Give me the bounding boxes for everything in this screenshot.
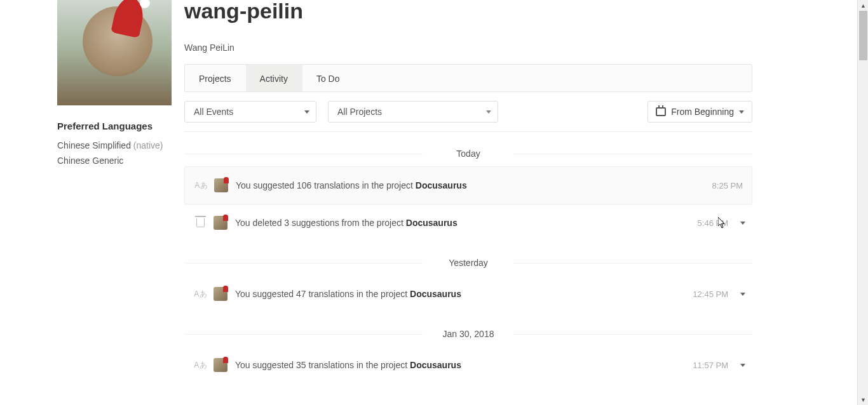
expand-chevron-icon[interactable] bbox=[738, 364, 747, 367]
project-link[interactable]: Docusaurus bbox=[410, 289, 461, 299]
chevron-down-icon bbox=[304, 110, 309, 114]
user-avatar-thumbnail[interactable] bbox=[214, 178, 228, 192]
events-filter-value: All Events bbox=[194, 107, 233, 117]
activity-date-group: Jan 30, 2018A あYou suggested 35 translat… bbox=[184, 329, 752, 383]
scroll-down-arrow-icon[interactable]: ▼ bbox=[858, 394, 868, 405]
expand-chevron-icon[interactable] bbox=[738, 222, 747, 225]
projects-filter-select[interactable]: All Projects bbox=[328, 101, 498, 123]
activity-date-group: TodayA あYou suggested 106 translations i… bbox=[184, 149, 752, 241]
projects-filter-value: All Projects bbox=[337, 107, 382, 117]
activity-timestamp: 8:25 PM bbox=[712, 181, 743, 190]
chevron-down-icon bbox=[486, 110, 491, 114]
translate-icon: A あ bbox=[189, 289, 211, 300]
activity-row[interactable]: A あYou suggested 35 translations in the … bbox=[184, 347, 752, 383]
date-range-button[interactable]: From Beginning bbox=[648, 101, 752, 123]
activity-timestamp: 11:57 PM bbox=[693, 361, 728, 370]
scroll-up-arrow-icon[interactable]: ▲ bbox=[858, 0, 868, 11]
profile-tabs: Projects Activity To Do bbox=[184, 64, 752, 92]
activity-text: You suggested 47 translations in the pro… bbox=[235, 289, 693, 299]
project-link[interactable]: Docusaurus bbox=[406, 218, 458, 228]
scrollbar-thumb[interactable] bbox=[859, 11, 867, 60]
profile-username: wang-peilin bbox=[184, 0, 752, 23]
activity-row[interactable]: A あYou suggested 106 translations in the… bbox=[184, 166, 752, 204]
activity-text: You deleted 3 suggestions from the proje… bbox=[235, 218, 698, 228]
tab-projects[interactable]: Projects bbox=[185, 65, 246, 91]
project-link[interactable]: Docusaurus bbox=[410, 360, 461, 370]
activity-date-group: YesterdayA あYou suggested 47 translation… bbox=[184, 258, 752, 312]
preferred-languages-heading: Preferred Languages bbox=[57, 121, 172, 131]
translate-icon: A あ bbox=[189, 360, 211, 371]
date-group-label: Jan 30, 2018 bbox=[434, 329, 503, 339]
language-name: Chinese Simplified bbox=[57, 140, 131, 150]
events-filter-select[interactable]: All Events bbox=[184, 101, 316, 123]
language-native-tag: (native) bbox=[133, 140, 163, 150]
language-item[interactable]: Chinese Generic bbox=[57, 156, 172, 166]
activity-row[interactable]: You deleted 3 suggestions from the proje… bbox=[184, 204, 752, 241]
translate-icon: A あ bbox=[190, 180, 212, 191]
expand-chevron-icon[interactable] bbox=[738, 293, 747, 296]
vertical-scrollbar[interactable]: ▲ ▼ bbox=[857, 0, 868, 405]
chevron-down-icon bbox=[739, 110, 744, 114]
profile-display-name: Wang PeiLin bbox=[184, 43, 752, 53]
activity-timestamp: 12:45 PM bbox=[693, 289, 728, 299]
date-group-label: Yesterday bbox=[440, 258, 497, 268]
calendar-icon bbox=[656, 107, 666, 116]
activity-text: You suggested 35 translations in the pro… bbox=[235, 360, 693, 370]
project-link[interactable]: Docusaurus bbox=[416, 180, 467, 190]
date-range-label: From Beginning bbox=[671, 107, 734, 117]
tab-activity[interactable]: Activity bbox=[246, 65, 302, 91]
language-item[interactable]: Chinese Simplified (native) bbox=[57, 140, 172, 150]
date-group-label: Today bbox=[447, 149, 489, 159]
user-avatar-thumbnail[interactable] bbox=[214, 216, 227, 230]
activity-text: You suggested 106 translations in the pr… bbox=[236, 180, 712, 190]
language-name: Chinese Generic bbox=[57, 156, 123, 166]
activity-row[interactable]: A あYou suggested 47 translations in the … bbox=[184, 276, 752, 312]
user-avatar-thumbnail[interactable] bbox=[214, 358, 227, 372]
user-avatar-thumbnail[interactable] bbox=[214, 287, 227, 301]
trash-icon bbox=[189, 218, 211, 227]
profile-avatar[interactable] bbox=[57, 0, 172, 105]
activity-timestamp: 5:46 PM bbox=[698, 218, 728, 228]
tab-todo[interactable]: To Do bbox=[302, 65, 355, 91]
